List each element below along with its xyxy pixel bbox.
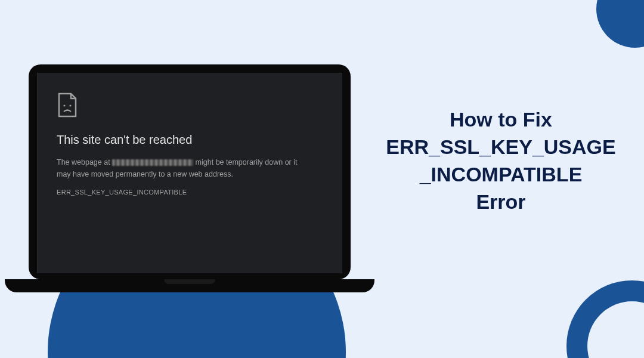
error-description: The webpage at might be temporarily down… xyxy=(57,156,313,180)
error-title: This site can't be reached xyxy=(57,133,326,147)
error-desc-prefix: The webpage at xyxy=(57,158,112,166)
article-headline: How to Fix ERR_SSL_KEY_USAGE _INCOMPATIB… xyxy=(382,106,620,216)
decor-circle-bottom-right xyxy=(566,280,644,358)
laptop-base xyxy=(5,279,374,292)
headline-line-2: ERR_SSL_KEY_USAGE xyxy=(386,135,615,158)
laptop-illustration: This site can't be reached The webpage a… xyxy=(11,64,369,292)
blurred-url-placeholder xyxy=(112,159,193,166)
decor-circle-top-right xyxy=(596,0,644,48)
laptop-screen-bezel: This site can't be reached The webpage a… xyxy=(29,64,351,279)
sad-page-icon xyxy=(57,92,78,118)
error-code: ERR_SSL_KEY_USAGE_INCOMPATIBLE xyxy=(57,189,326,196)
headline-line-4: Error xyxy=(476,190,525,213)
headline-line-3: _INCOMPATIBLE xyxy=(420,163,583,186)
headline-line-1: How to Fix xyxy=(450,108,552,131)
laptop-hinge-notch xyxy=(164,279,215,284)
svg-point-1 xyxy=(69,104,71,106)
browser-error-page: This site can't be reached The webpage a… xyxy=(37,73,342,273)
svg-point-0 xyxy=(63,104,65,106)
